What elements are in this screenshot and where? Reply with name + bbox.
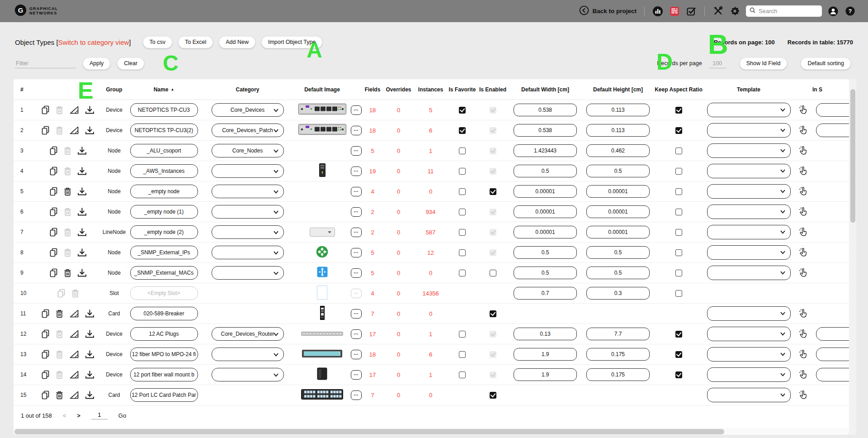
category-select[interactable] — [212, 246, 284, 259]
favorite-checkbox[interactable] — [459, 107, 466, 114]
to-csv-button[interactable]: To csv — [143, 36, 172, 48]
favorite-checkbox[interactable] — [459, 270, 466, 276]
width-input[interactable] — [514, 267, 577, 279]
filter-input[interactable] — [15, 59, 76, 68]
keep-aspect-ratio-checkbox[interactable] — [675, 270, 682, 276]
switch-category-view-link[interactable]: Switch to category view — [58, 38, 129, 46]
copy-icon[interactable] — [49, 187, 58, 196]
chart-icon[interactable] — [652, 6, 663, 17]
keep-aspect-ratio-checkbox[interactable] — [675, 371, 682, 378]
column-header-instances[interactable]: Instances — [414, 79, 448, 100]
copy-icon[interactable] — [49, 268, 58, 278]
template-select[interactable] — [707, 388, 791, 402]
apply-button[interactable]: Apply — [83, 57, 110, 70]
pointer-hand-icon[interactable] — [799, 370, 808, 380]
download-icon[interactable] — [85, 390, 94, 400]
download-icon[interactable] — [77, 248, 87, 257]
keep-aspect-ratio-checkbox[interactable] — [675, 168, 682, 175]
favorite-checkbox[interactable] — [459, 127, 466, 134]
trash-icon[interactable] — [64, 268, 71, 277]
pointer-hand-icon[interactable] — [799, 248, 808, 257]
column-header-enabled[interactable]: Is Enabled — [477, 79, 509, 100]
favorite-checkbox[interactable] — [459, 249, 466, 256]
keep-aspect-ratio-checkbox[interactable] — [675, 188, 682, 195]
template-select[interactable] — [707, 266, 791, 280]
column-header-num[interactable]: # — [14, 79, 34, 100]
name-input[interactable] — [130, 103, 198, 117]
keep-aspect-ratio-checkbox[interactable] — [675, 209, 682, 215]
download-icon[interactable] — [77, 146, 87, 156]
template-select[interactable] — [707, 103, 791, 117]
width-input[interactable] — [514, 205, 577, 218]
keep-aspect-ratio-checkbox[interactable] — [675, 107, 682, 114]
keep-aspect-ratio-checkbox[interactable] — [675, 351, 682, 358]
column-header-template[interactable]: Template — [703, 79, 794, 100]
height-input[interactable] — [586, 368, 650, 381]
height-input[interactable] — [586, 226, 650, 238]
more-options-button[interactable]: ... — [351, 309, 362, 319]
copy-icon[interactable] — [41, 309, 50, 319]
more-options-button[interactable]: ... — [351, 350, 362, 359]
copy-icon[interactable] — [41, 350, 50, 359]
favorite-checkbox[interactable] — [459, 351, 466, 358]
trash-icon[interactable] — [56, 390, 63, 400]
download-icon[interactable] — [85, 309, 94, 319]
in-service-input[interactable] — [816, 103, 849, 117]
more-options-button[interactable]: ... — [351, 105, 362, 115]
gear-icon[interactable] — [729, 6, 740, 17]
width-input[interactable] — [514, 226, 577, 238]
height-input[interactable] — [586, 104, 650, 116]
default-sorting-button[interactable]: Default sorting — [801, 57, 851, 70]
category-select[interactable] — [212, 164, 284, 178]
enabled-checkbox[interactable] — [490, 392, 496, 399]
name-input[interactable] — [130, 164, 198, 178]
keep-aspect-ratio-checkbox[interactable] — [675, 249, 682, 256]
copy-icon[interactable] — [49, 248, 58, 257]
width-input[interactable] — [514, 144, 577, 157]
go-button[interactable]: Go — [118, 412, 126, 419]
enabled-checkbox[interactable] — [490, 270, 496, 276]
width-input[interactable] — [514, 328, 577, 340]
keep-aspect-ratio-checkbox[interactable] — [675, 148, 682, 154]
width-input[interactable] — [514, 246, 577, 259]
category-select[interactable] — [212, 225, 284, 239]
more-options-button[interactable]: ... — [351, 146, 362, 156]
category-select[interactable]: Core_Devices — [212, 103, 284, 117]
name-input[interactable] — [130, 205, 198, 219]
ruler-icon[interactable] — [69, 370, 79, 379]
more-options-button[interactable]: ... — [351, 390, 362, 400]
search-field[interactable] — [746, 5, 822, 17]
template-select[interactable] — [707, 164, 791, 178]
download-icon[interactable] — [77, 228, 87, 237]
more-options-button[interactable]: ... — [351, 248, 362, 257]
template-select[interactable] — [707, 347, 791, 362]
more-options-button[interactable]: ... — [351, 228, 362, 237]
template-select[interactable] — [707, 306, 791, 321]
template-select[interactable] — [707, 184, 791, 199]
page-number-input[interactable] — [91, 411, 108, 419]
in-service-input[interactable] — [816, 348, 849, 361]
more-options-button[interactable]: ... — [351, 126, 362, 135]
ruler-icon[interactable] — [69, 390, 79, 400]
template-select[interactable] — [707, 143, 791, 158]
download-icon[interactable] — [77, 167, 87, 176]
column-header-aspect[interactable]: Keep Aspect Ratio — [654, 79, 703, 100]
pointer-hand-icon[interactable] — [799, 166, 808, 176]
template-select[interactable] — [707, 225, 791, 239]
template-select[interactable] — [707, 205, 791, 219]
name-input[interactable] — [130, 124, 198, 137]
download-icon[interactable] — [85, 350, 94, 359]
favorite-checkbox[interactable] — [459, 371, 466, 378]
name-input[interactable] — [130, 144, 198, 157]
enabled-checkbox[interactable] — [490, 188, 496, 195]
download-icon[interactable] — [77, 268, 87, 278]
more-options-button[interactable]: ... — [351, 268, 362, 278]
pointer-hand-icon[interactable] — [799, 227, 808, 237]
ruler-icon[interactable] — [69, 350, 79, 359]
download-icon[interactable] — [85, 329, 94, 339]
trash-icon[interactable] — [56, 309, 63, 318]
category-select[interactable] — [212, 266, 284, 280]
tasks-checkbox-icon[interactable] — [686, 6, 697, 17]
more-options-button[interactable]: ... — [351, 207, 362, 217]
pointer-hand-icon[interactable] — [799, 146, 808, 156]
